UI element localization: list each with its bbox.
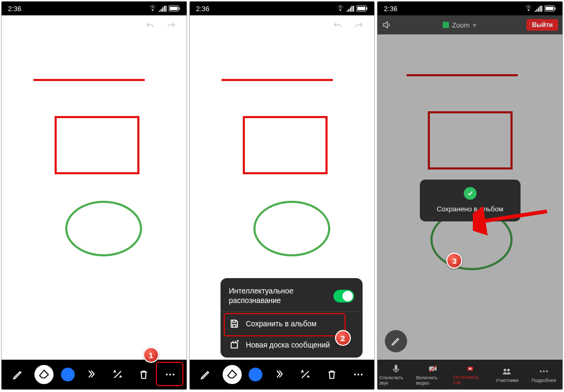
wand-tool[interactable] [296, 365, 315, 384]
svg-point-10 [357, 373, 359, 375]
status-bar: 2:36 [377, 2, 562, 15]
wifi-icon [524, 5, 533, 12]
phone-screenshot-3: 2:36 Zoom ▾ Выйти Сохранено [377, 1, 563, 390]
trash-tool[interactable] [322, 365, 341, 384]
svg-point-25 [540, 370, 542, 372]
zoom-bottombar: Отключить звук Включить видео Остановить… [377, 360, 562, 389]
whiteboard-toolbar [190, 360, 375, 389]
whiteboard-app: 1 [2, 15, 187, 389]
signal-icon [535, 5, 542, 12]
mute-button[interactable]: Отключить звук [379, 363, 413, 386]
highlighter-tool[interactable] [82, 365, 101, 384]
color-tool[interactable] [61, 368, 75, 381]
redo-icon[interactable] [165, 21, 177, 31]
eraser-tool[interactable] [34, 365, 54, 384]
svg-point-11 [360, 373, 362, 375]
svg-rect-13 [545, 7, 553, 10]
pen-tool[interactable] [8, 365, 28, 384]
svg-point-5 [173, 373, 174, 375]
pen-tool[interactable] [196, 365, 215, 384]
svg-point-9 [354, 373, 355, 375]
save-to-album-row[interactable]: Сохранить в альбом [221, 312, 363, 335]
phone-screenshot-1: 2:36 [1, 1, 187, 390]
phone-screenshot-2: 2:36 Интеллектуальное распознавание Сохр… [189, 1, 375, 390]
more-popup: Интеллектуальное распознавание Сохранить… [221, 278, 363, 358]
mute-label: Отключить звук [379, 375, 413, 386]
svg-point-23 [504, 369, 507, 371]
svg-rect-17 [395, 365, 398, 370]
stop-share-button[interactable]: Остановить сов [453, 364, 487, 385]
zoom-meeting: Zoom ▾ Выйти Сохранено в альбом 3 [377, 15, 562, 389]
status-time: 2:36 [8, 5, 21, 13]
svg-rect-2 [179, 7, 180, 10]
eraser-tool[interactable] [223, 365, 242, 384]
undo-icon[interactable] [332, 21, 343, 31]
whiteboard-app: Интеллектуальное распознавание Сохранить… [190, 15, 375, 389]
stop-share-label: Остановить сов [453, 375, 487, 385]
status-indicators [148, 5, 180, 12]
svg-point-24 [507, 369, 510, 371]
video-button[interactable]: Включить видео [416, 363, 450, 386]
svg-rect-8 [366, 7, 367, 10]
new-board-label: Новая доска сообщений [246, 341, 330, 349]
new-board-row[interactable]: Новая доска сообщений [221, 335, 363, 354]
signal-icon [347, 5, 354, 12]
save-to-album-label: Сохранить в альбом [246, 319, 316, 328]
battery-icon [169, 5, 180, 12]
svg-rect-1 [170, 7, 178, 10]
more-tool[interactable] [349, 365, 368, 384]
status-indicators [336, 5, 368, 12]
status-bar: 2:36 [190, 2, 375, 15]
check-icon [464, 187, 477, 200]
undo-redo-bar [190, 15, 375, 37]
smart-recognition-row[interactable]: Интеллектуальное распознавание [221, 281, 363, 312]
new-board-icon [229, 340, 240, 350]
svg-point-4 [169, 373, 171, 375]
drawn-line [222, 79, 333, 81]
status-time: 2:36 [384, 5, 397, 13]
status-time: 2:36 [196, 5, 209, 13]
drawn-line [33, 79, 145, 81]
smart-recognition-toggle[interactable] [333, 290, 354, 302]
drawn-ellipse [65, 201, 142, 256]
more-button[interactable]: Подробнее [527, 366, 561, 383]
drawn-ellipse [253, 201, 330, 256]
trash-tool[interactable] [134, 365, 153, 384]
participants-label: Участники [496, 378, 518, 383]
undo-icon[interactable] [144, 21, 156, 31]
smart-recognition-label: Интеллектуальное распознавание [229, 287, 333, 305]
undo-redo-bar [2, 15, 187, 37]
svg-point-27 [546, 370, 548, 372]
video-label: Включить видео [416, 375, 450, 386]
battery-icon [356, 5, 368, 12]
wifi-icon [336, 5, 345, 12]
whiteboard-canvas[interactable] [2, 37, 187, 360]
more-tool[interactable] [161, 365, 180, 384]
battery-icon [544, 5, 556, 12]
status-indicators [524, 5, 556, 12]
more-label: Подробнее [532, 378, 557, 383]
highlighter-tool[interactable] [270, 365, 289, 384]
drawn-rectangle [55, 116, 139, 174]
color-tool[interactable] [249, 368, 262, 381]
toast-text: Сохранено в альбом [430, 205, 510, 213]
svg-point-3 [166, 373, 168, 375]
signal-icon [159, 5, 166, 12]
wifi-icon [148, 5, 157, 12]
svg-rect-14 [554, 7, 556, 10]
status-bar: 2:36 [2, 2, 187, 15]
participants-button[interactable]: Участники [490, 366, 524, 383]
saved-toast: Сохранено в альбом [420, 180, 521, 221]
redo-icon[interactable] [353, 21, 365, 31]
drawn-rectangle [243, 116, 328, 174]
save-icon [229, 318, 240, 329]
wand-tool[interactable] [108, 365, 127, 384]
whiteboard-toolbar [2, 360, 187, 389]
svg-point-26 [543, 370, 544, 372]
svg-rect-7 [357, 7, 365, 10]
